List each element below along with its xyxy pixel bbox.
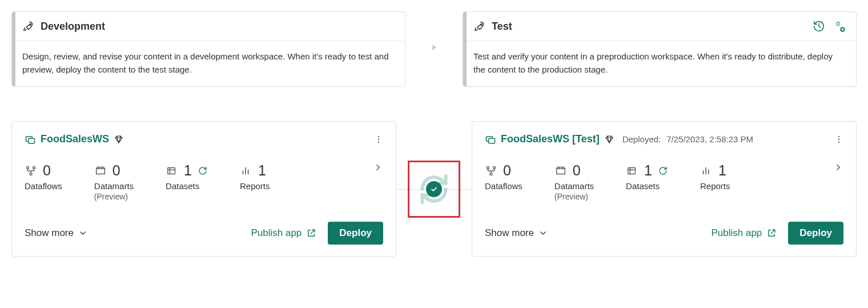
- deployed-label: Deployed:: [622, 134, 661, 144]
- deployed-timestamp: 7/25/2023, 2:58:23 PM: [666, 134, 753, 144]
- workspace-card-dev: FoodSalesWS 0 Dataflows: [11, 121, 396, 257]
- scroll-right-icon[interactable]: [833, 162, 843, 173]
- rocket-icon: [473, 20, 486, 33]
- stage-title: Test: [492, 21, 813, 33]
- stat-label: Datamarts: [94, 181, 134, 191]
- rocket-icon: [22, 20, 35, 33]
- svg-point-0: [30, 24, 31, 25]
- stat-label: Reports: [240, 181, 270, 191]
- deploy-button[interactable]: Deploy: [788, 222, 843, 245]
- dataflows-icon: [25, 165, 37, 177]
- svg-point-17: [487, 166, 489, 169]
- datasets-icon: [166, 165, 178, 177]
- svg-rect-11: [168, 167, 175, 174]
- stat-datamarts: 0 Datamarts (Preview): [94, 162, 134, 201]
- stat-dataflows: 0 Dataflows: [25, 162, 62, 191]
- diamond-icon: [114, 134, 124, 145]
- scroll-right-icon[interactable]: [373, 162, 383, 173]
- stat-count: 0: [43, 162, 51, 179]
- show-more-label: Show more: [485, 227, 534, 239]
- stage-advance-arrow[interactable]: [417, 11, 451, 52]
- stat-count: 0: [503, 162, 511, 179]
- stat-datamarts: 0 Datamarts (Preview): [554, 162, 594, 201]
- stage-accent: [12, 12, 15, 86]
- stage-title: Development: [41, 21, 395, 33]
- chevron-down-icon: [539, 229, 548, 238]
- settings-bolt-icon[interactable]: [833, 20, 846, 33]
- workspace-card-test: FoodSalesWS [Test] Deployed: 7/25/2023, …: [472, 121, 857, 257]
- show-more-toggle[interactable]: Show more: [25, 227, 87, 239]
- compare-highlight-box: [408, 161, 460, 218]
- compare-success-badge[interactable]: [426, 181, 442, 197]
- stats-strip: 0 Dataflows 0 Datamarts (Preview): [25, 162, 383, 201]
- stage-test: Test Test and verif: [463, 11, 857, 87]
- stage-row: Development Design, review, and revise y…: [11, 11, 857, 87]
- stat-datasets: 1 Datasets: [626, 162, 668, 191]
- stat-datasets: 1 Datasets: [166, 162, 208, 191]
- publish-label: Publish app: [711, 227, 762, 239]
- stat-count: 0: [573, 162, 581, 179]
- publish-app-link[interactable]: Publish app: [251, 227, 316, 239]
- chevron-down-icon: [78, 229, 87, 238]
- reports-icon: [700, 165, 713, 177]
- svg-point-10: [30, 173, 32, 175]
- workspace-row: FoodSalesWS 0 Dataflows: [11, 121, 857, 257]
- svg-point-16: [838, 141, 839, 142]
- svg-point-1: [481, 24, 482, 25]
- svg-point-6: [378, 138, 379, 139]
- svg-rect-13: [489, 138, 495, 143]
- stat-label: Datasets: [166, 181, 208, 191]
- svg-point-8: [26, 166, 29, 169]
- svg-rect-4: [29, 138, 35, 143]
- stage-description: Test and verify your content in a prepro…: [463, 41, 856, 86]
- compare-indicator-wrapper: [408, 161, 460, 218]
- dataflows-icon: [485, 165, 497, 177]
- svg-point-9: [33, 166, 35, 169]
- stat-label: Dataflows: [485, 181, 523, 191]
- show-more-label: Show more: [25, 227, 74, 239]
- more-menu-icon[interactable]: [834, 134, 843, 145]
- history-icon[interactable]: [813, 20, 825, 33]
- stat-label: Reports: [700, 181, 730, 191]
- workspace-icon: [25, 134, 36, 145]
- datasets-icon: [626, 165, 638, 177]
- svg-point-7: [378, 141, 379, 142]
- refresh-icon[interactable]: [198, 166, 208, 176]
- svg-point-15: [838, 138, 839, 139]
- more-menu-icon[interactable]: [374, 134, 383, 145]
- stat-count: 1: [184, 162, 192, 179]
- external-link-icon: [766, 228, 777, 238]
- stat-count: 1: [718, 162, 726, 179]
- refresh-icon[interactable]: [658, 166, 668, 176]
- stage-description: Design, review, and revise your content …: [12, 41, 405, 86]
- svg-point-14: [838, 136, 839, 137]
- svg-rect-20: [628, 167, 636, 174]
- stat-count: 1: [258, 162, 266, 179]
- stat-label: Datamarts: [554, 181, 594, 191]
- stat-label: Dataflows: [25, 181, 62, 191]
- workspace-name-link[interactable]: FoodSalesWS: [41, 133, 109, 145]
- datamarts-icon: [94, 165, 107, 177]
- stats-strip: 0 Dataflows 0 Datamarts (Preview): [485, 162, 843, 201]
- check-icon: [430, 185, 438, 193]
- stat-reports: 1 Reports: [700, 162, 730, 191]
- deploy-button[interactable]: Deploy: [328, 222, 383, 245]
- publish-label: Publish app: [251, 227, 302, 239]
- svg-point-18: [493, 166, 495, 169]
- stat-sublabel: (Preview): [554, 192, 594, 201]
- stat-count: 1: [644, 162, 652, 179]
- stat-label: Datasets: [626, 181, 668, 191]
- publish-app-link[interactable]: Publish app: [711, 227, 777, 239]
- stage-accent: [463, 12, 467, 86]
- diamond-icon: [604, 134, 614, 145]
- show-more-toggle[interactable]: Show more: [485, 227, 548, 239]
- svg-point-19: [490, 173, 492, 175]
- stat-dataflows: 0 Dataflows: [485, 162, 523, 191]
- datamarts-icon: [554, 165, 567, 177]
- external-link-icon: [306, 228, 316, 238]
- svg-point-5: [378, 136, 379, 137]
- stat-count: 0: [112, 162, 120, 179]
- stat-sublabel: (Preview): [94, 192, 134, 201]
- stat-reports: 1 Reports: [240, 162, 270, 191]
- workspace-name-link[interactable]: FoodSalesWS [Test]: [501, 133, 600, 145]
